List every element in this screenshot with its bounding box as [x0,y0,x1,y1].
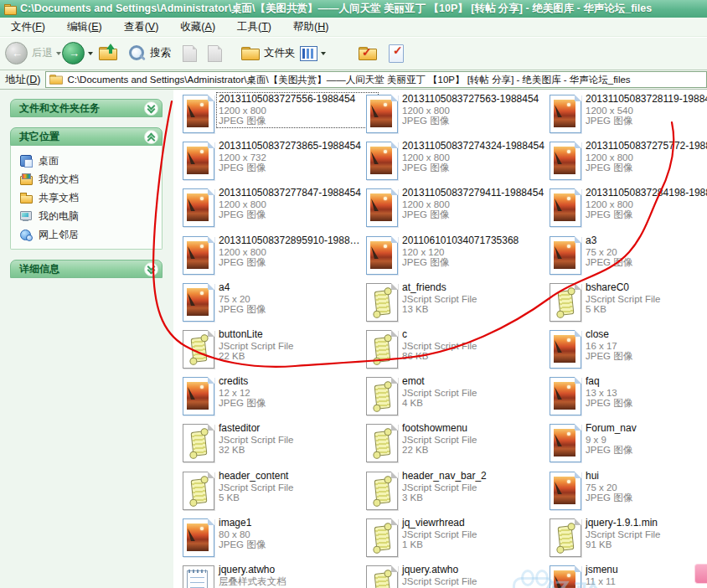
up-button[interactable] [99,37,117,70]
file-meta: JScript Script File [402,529,560,540]
file-item[interactable]: jsmenu11 x 11 [550,565,707,588]
file-name: buttonLite [219,329,376,341]
panel-header-details[interactable]: 详细信息 [10,260,163,278]
file-meta: JPEG 图像 [219,257,376,268]
file-label: 201311050837279411-19884541200 x 800JPEG… [400,187,561,221]
file-item[interactable]: 201311050837284198-19884541200 x 800JPEG… [550,188,707,232]
back-button[interactable]: ← 后退 [5,37,61,70]
file-item[interactable]: close16 x 17JPEG 图像 [550,330,707,374]
file-item[interactable]: emotJScript Script File4 KB [366,377,559,420]
file-item[interactable]: a475 x 20JPEG 图像 [183,283,375,327]
jscript-file-icon [366,377,398,415]
menu-item-view[interactable]: 查看(V) [113,18,170,36]
sidebar-item-desktop[interactable]: 桌面 [19,152,59,169]
folder-check-icon: ✓ [359,47,377,60]
sidebar-item-my-documents[interactable]: 我的文档 [19,171,79,188]
file-item[interactable]: cJScript Script File86 KB [366,330,559,374]
file-item[interactable]: fasteditorJScript Script File32 KB [183,424,375,467]
file-name: faq [586,376,707,388]
file-item[interactable]: 201106101034071735368120 x 120JPEG 图像 [366,236,559,280]
sidebar-item-network-places[interactable]: 网上邻居 [19,226,79,243]
file-item[interactable]: Forum_nav9 x 9JPEG 图像 [550,424,707,467]
file-item[interactable]: bshareC0JScript Script File5 KB [550,283,707,327]
file-label: footshowmenuJScript Script File22 KB [400,422,561,456]
file-item[interactable]: header_nav_bar_2JScript Script File3 KB [366,472,559,515]
menu-item-tools[interactable]: 工具(T) [226,18,282,36]
file-item[interactable]: jquery-1.9.1.minJScript Script File91 KB [550,518,707,562]
views-button[interactable] [300,37,326,70]
file-item[interactable]: jquery.atwho层叠样式表文档 [183,565,375,588]
views-icon [300,46,317,61]
folder-sync-button[interactable]: ✓ [359,37,377,70]
file-item[interactable]: 201311050837277847-19884541200 x 800JPEG… [183,188,375,232]
menu-item-help[interactable]: 帮助(H) [282,18,339,36]
file-item[interactable]: 20131105083727556-19884541200 x 800JPEG … [183,95,375,138]
file-item[interactable]: jq_viewrhreadJScript Script File1 KB [366,518,559,562]
file-meta: JPEG 图像 [219,162,376,173]
forward-dropdown-icon[interactable] [88,52,93,55]
file-item[interactable]: 201311050837274324-19884541200 x 800JPEG… [366,142,559,185]
file-meta: 32 KB [219,445,376,456]
jscript-file-icon [550,283,581,322]
views-dropdown-icon[interactable] [321,52,326,55]
file-item[interactable]: a375 x 20JPEG 图像 [550,236,707,280]
file-meta: 1 KB [402,539,560,550]
sidebar-item-my-computer[interactable]: 我的电脑 [19,208,79,224]
address-folder-icon [49,75,63,85]
file-meta: JScript Script File [402,341,560,352]
file-item[interactable]: credits12 x 12JPEG 图像 [183,377,375,420]
file-item[interactable]: 20131105083728119-19884541200 x 540JPEG … [550,95,707,138]
file-item[interactable]: faq13 x 13JPEG 图像 [550,377,707,420]
chevron-down-icon[interactable] [144,101,158,116]
file-item[interactable]: 201311050837279411-19884541200 x 800JPEG… [366,188,559,232]
file-item[interactable]: 20131105083727563-19884541200 x 800JPEG … [366,95,559,138]
page-check-button[interactable]: ✓ [389,37,404,70]
sidebar-item-shared-documents[interactable]: 共享文档 [19,189,79,206]
chevron-up-icon[interactable] [144,130,158,144]
menu-item-edit[interactable]: 编辑(E) [56,18,113,36]
menu-item-file[interactable]: 文件(F) [0,18,56,36]
floating-pink-button[interactable] [694,564,707,584]
file-meta: 1200 x 800 [402,106,560,116]
file-meta: JPEG 图像 [219,539,376,550]
file-label: header_nav_bar_2JScript Script File3 KB [400,470,561,504]
file-label: 201311050837284198-19884541200 x 800JPEG… [584,187,707,221]
file-label: Forum_nav9 x 9JPEG 图像 [584,422,707,456]
css-file-icon [183,565,214,588]
panel-header-file-tasks[interactable]: 文件和文件夹任务 [10,99,163,117]
file-label: 201311050837275772-19884541200 x 800JPEG… [584,140,707,174]
chevron-down-icon[interactable] [144,262,158,276]
file-item[interactable]: at_friendsJScript Script File13 KB [366,283,559,327]
back-label: 后退 [32,46,53,60]
file-meta: JPEG 图像 [219,116,376,126]
file-label: bshareC0JScript Script File5 KB [584,281,707,316]
file-label: jquery-1.9.1.minJScript Script File91 KB [584,517,707,551]
address-input[interactable]: C:\Documents and Settings\Administrator\… [45,71,707,88]
file-item[interactable]: 2013110508372895910-1988…1200 x 800JPEG … [183,236,375,280]
file-item[interactable]: jquery.atwhoJScript Script File [366,565,559,588]
file-meta: 22 KB [219,351,376,362]
file-meta: 层叠样式表文档 [219,576,376,587]
forward-button[interactable]: → [62,37,93,70]
file-label: jsmenu11 x 11 [584,564,707,587]
jscript-file-icon [366,472,398,510]
file-meta: 120 x 120 [402,247,560,258]
file-item[interactable]: footshowmenuJScript Script File22 KB [366,424,559,467]
panel-header-other-places[interactable]: 其它位置 [10,127,163,146]
jpeg-file-icon [183,377,214,415]
file-item[interactable]: image180 x 80JPEG 图像 [183,518,375,562]
file-name: jquery.atwho [402,565,560,576]
file-item[interactable]: header_contentJScript Script File5 KB [183,472,375,515]
file-item[interactable]: 201311050837273865-19884541200 x 732JPEG… [183,142,375,185]
file-item[interactable]: buttonLiteJScript Script File22 KB [183,330,375,374]
back-dropdown-icon[interactable] [56,52,61,55]
file-meta: 11 x 11 [586,576,707,587]
file-name: Forum_nav [586,423,707,435]
window-title: C:\Documents and Settings\Administrator\… [20,2,652,16]
menu-item-favorites[interactable]: 收藏(A) [169,18,226,36]
file-item[interactable]: hui75 x 20JPEG 图像 [550,472,707,515]
folders-button[interactable]: 文件夹 [241,37,296,70]
file-item[interactable]: 201311050837275772-19884541200 x 800JPEG… [550,142,707,185]
search-button[interactable]: 搜索 [127,37,171,70]
file-meta: JPEG 图像 [402,257,560,268]
